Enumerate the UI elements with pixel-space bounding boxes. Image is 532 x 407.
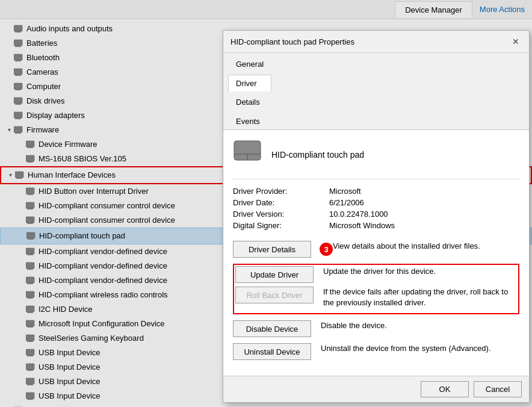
device-info-row: HID-compliant touch pad [233,140,519,169]
date-row: Driver Date: 6/21/2006 [233,197,519,208]
action-row-disable-device: Disable Device Disable the device. [233,320,519,337]
update-driver-button[interactable]: Update Driver [235,266,314,283]
signer-row: Digital Signer: Microsoft Windows [233,220,519,231]
dialog-overlay: HID-compliant touch pad Properties ✕ Gen… [0,0,532,407]
signer-value: Microsoft Windows [329,221,395,230]
driver-details-button[interactable]: Driver Details [233,241,311,258]
ok-button[interactable]: OK [421,381,469,397]
annotation-3: 3 [320,243,333,256]
version-label: Driver Version: [233,210,329,219]
provider-label: Driver Provider: [233,187,329,196]
dialog-body: HID-compliant touch pad Driver Provider:… [223,130,529,376]
version-row: Driver Version: 10.0.22478.1000 [233,208,519,220]
properties-dialog: HID-compliant touch pad Properties ✕ Gen… [223,30,530,403]
signer-label: Digital Signer: [233,221,329,230]
roll-back-driver-desc: If the device fails after updating the d… [323,287,517,308]
action-row-driver-details: Driver Details 3 View details about the … [233,241,519,258]
update-driver-desc: Update the driver for this device. [323,266,436,277]
date-value: 6/21/2006 [329,198,364,207]
tab-events[interactable]: Events [228,113,271,129]
tab-general[interactable]: General [228,55,271,72]
device-icon [233,140,262,169]
action-row-roll-back-driver: Roll Back Driver If the device fails aft… [235,287,517,308]
driver-info-table: Driver Provider: Microsoft Driver Date: … [233,185,519,231]
uninstall-device-button[interactable]: Uninstall Device [233,343,311,360]
provider-value: Microsoft [329,187,361,196]
driver-details-desc: View details about the installed driver … [333,241,480,252]
dialog-tabs: GeneralDriverDetailsEvents [223,53,529,130]
version-value: 10.0.22478.1000 [329,210,388,219]
date-label: Driver Date: [233,198,329,207]
roll-back-driver-button[interactable]: Roll Back Driver [235,287,314,303]
highlighted-driver-actions: Update Driver Update the driver for this… [233,264,519,314]
uninstall-device-desc: Uninstall the device from the system (Ad… [321,343,491,354]
dialog-title: HID-compliant touch pad Properties [230,37,354,46]
device-name-large: HID-compliant touch pad [271,150,364,160]
disable-device-desc: Disable the device. [321,320,387,331]
provider-row: Driver Provider: Microsoft [233,185,519,197]
action-row-uninstall-device: Uninstall Device Uninstall the device fr… [233,343,519,360]
dialog-footer: OK Cancel [223,376,529,402]
disable-device-button[interactable]: Disable Device [233,320,311,337]
cancel-button[interactable]: Cancel [474,381,522,397]
tab-details[interactable]: Details [228,93,271,110]
dialog-close-button[interactable]: ✕ [510,36,522,48]
action-row-update-driver: Update Driver Update the driver for this… [235,266,517,283]
tab-driver[interactable]: Driver [228,75,271,92]
dialog-titlebar: HID-compliant touch pad Properties ✕ [223,31,529,53]
